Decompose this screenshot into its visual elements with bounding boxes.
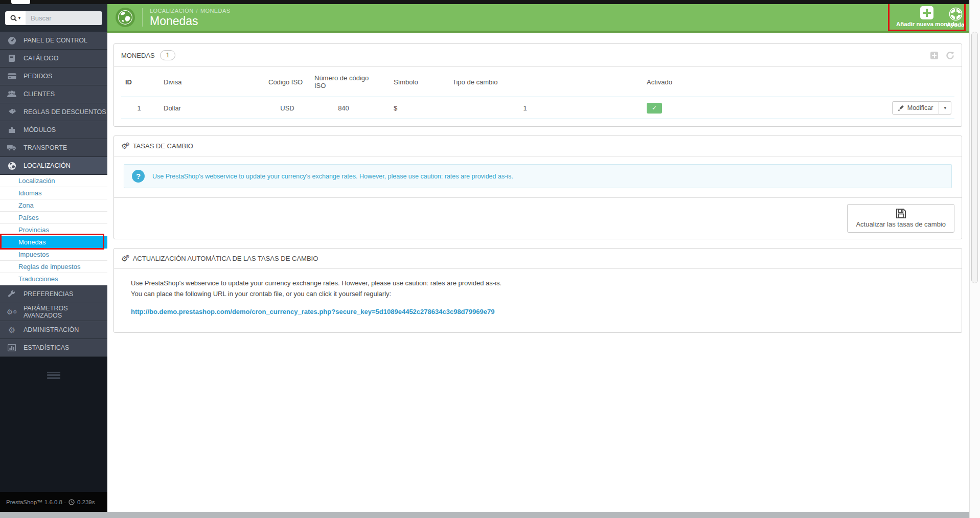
- puzzle-icon: [6, 126, 18, 134]
- currencies-panel: MONEDAS 1: [113, 43, 962, 127]
- auto-update-panel: ⚙⚙ ACTUALIZACIÓN AUTOMÁTICA DE LAS TASAS…: [113, 248, 962, 333]
- edit-button[interactable]: Modificar: [892, 101, 940, 115]
- submenu-item-reglas-de-impuestos[interactable]: Reglas de impuestos: [0, 261, 107, 273]
- submenu-item-impuestos[interactable]: Impuestos: [0, 249, 107, 261]
- question-icon: ?: [132, 170, 145, 183]
- cell-symbol: $: [377, 97, 448, 119]
- top-chrome-strip: [0, 0, 969, 4]
- check-icon: ✓: [652, 104, 657, 111]
- column-header-codigo-iso[interactable]: Código ISO: [264, 67, 310, 97]
- pencil-icon: [898, 105, 904, 111]
- sidebar-item-preferencias[interactable]: PREFERENCIAS: [0, 285, 107, 303]
- column-header-tipo-de-cambio[interactable]: Tipo de cambio: [448, 67, 602, 97]
- main-area: LOCALIZACIÓN/MONEDAS Monedas Añadir nuev…: [107, 4, 969, 512]
- scrollbar-thumb[interactable]: [971, 32, 978, 283]
- page-header: LOCALIZACIÓN/MONEDAS Monedas Añadir nuev…: [107, 4, 969, 33]
- submenu-item-traducciones[interactable]: Traducciones: [0, 273, 107, 285]
- submenu-item-zona[interactable]: Zona: [0, 199, 107, 212]
- version-text: PrestaShop™ 1.6.0.8 -: [6, 499, 66, 505]
- info-alert: ? Use PrestaShop's webservice to update …: [124, 164, 952, 188]
- sidebar-item-label: PEDIDOS: [24, 73, 52, 80]
- sidebar-item-panel-de-control[interactable]: PANEL DE CONTROL: [0, 32, 107, 50]
- save-icon: [896, 208, 906, 219]
- exchange-rates-footer: Actualizar las tasas de cambio: [114, 197, 962, 239]
- sidebar-item-modulos[interactable]: MÓDULOS: [0, 121, 107, 139]
- count-badge: 1: [160, 50, 176, 60]
- sidebar-item-estadisticas[interactable]: ESTADÍSTICAS: [0, 339, 107, 357]
- header-divider: [142, 8, 143, 27]
- annotation-box-add-currency: Añadir nueva moneda: [888, 2, 966, 31]
- search-input[interactable]: [26, 11, 102, 25]
- sidebar-item-label: MÓDULOS: [24, 126, 56, 133]
- sidebar-item-pedidos[interactable]: PEDIDOS: [0, 67, 107, 85]
- cell-iso-code: USD: [264, 97, 310, 119]
- sidebar-item-administracion[interactable]: ⚙ ADMINISTRACIÓN: [0, 321, 107, 339]
- sidebar-item-catalogo[interactable]: CATÁLOGO: [0, 50, 107, 67]
- content: MONEDAS 1: [107, 33, 969, 333]
- credit-card-icon: [6, 73, 18, 80]
- column-header-activado[interactable]: Activado: [602, 67, 714, 97]
- submenu-item-monedas[interactable]: Monedas: [0, 236, 107, 249]
- load-time: 0.239s: [77, 499, 95, 505]
- search-button[interactable]: ▾: [5, 11, 26, 25]
- tags-icon: [6, 108, 18, 116]
- sidebar-item-reglas-de-descuentos[interactable]: REGLAS DE DESCUENTOS: [0, 103, 107, 121]
- truck-icon: [6, 144, 18, 151]
- submenu-item-paises[interactable]: Países: [0, 212, 107, 224]
- chevron-down-icon: ▾: [944, 105, 946, 110]
- add-currency-button[interactable]: Añadir nueva moneda: [896, 6, 958, 27]
- sidebar-item-label: TRANSPORTE: [24, 144, 67, 151]
- table-header-row: ID Divisa Código ISO Número de código IS…: [121, 67, 954, 97]
- enabled-toggle[interactable]: ✓: [647, 103, 662, 114]
- auto-update-body: Use PrestaShop's webservice to update yo…: [114, 269, 962, 332]
- gauge-icon: [6, 36, 18, 45]
- book-icon: [6, 54, 18, 62]
- panel-title: ACTUALIZACIÓN AUTOMÁTICA DE LAS TASAS DE…: [133, 255, 318, 262]
- sidebar-item-label: CLIENTES: [24, 91, 55, 98]
- sidebar-item-label: LOCALIZACIÓN: [24, 162, 71, 169]
- collapse-menu-icon[interactable]: [47, 370, 60, 380]
- wrench-icon: [6, 290, 18, 298]
- submenu-item-idiomas[interactable]: Idiomas: [0, 187, 107, 199]
- search-icon: [10, 15, 17, 21]
- sidebar-item-label: PANEL DE CONTROL: [24, 37, 87, 44]
- localization-globe-icon: [116, 8, 135, 27]
- page-title: Monedas: [150, 15, 230, 27]
- column-header-id[interactable]: ID: [121, 67, 157, 97]
- sidebar-item-clientes[interactable]: CLIENTES: [0, 85, 107, 103]
- sidebar-item-parametros-avanzados[interactable]: ⚙⚙ PARÁMETROS AVANZADOS: [0, 303, 107, 321]
- breadcrumb: LOCALIZACIÓN/MONEDAS: [150, 8, 230, 14]
- cell-currency: Dollar: [157, 97, 264, 119]
- edit-dropdown-button[interactable]: ▾: [939, 101, 951, 115]
- breadcrumb-parent[interactable]: LOCALIZACIÓN: [150, 8, 194, 14]
- exchange-rates-heading: ⚙⚙ TASAS DE CAMBIO: [114, 136, 962, 156]
- gears-icon: ⚙⚙: [121, 142, 130, 150]
- table-row[interactable]: 1 Dollar USD 840 $ 1 ✓: [121, 97, 954, 119]
- sidebar: ▾ PANEL DE CONTROL CATÁLOGO PEDIDOS: [0, 4, 107, 512]
- column-header-numero-codigo-iso[interactable]: Número de código ISO: [310, 67, 377, 97]
- gears-icon: ⚙⚙: [6, 308, 18, 316]
- sidebar-item-transporte[interactable]: TRANSPORTE: [0, 139, 107, 157]
- sidebar-item-label: PREFERENCIAS: [24, 290, 73, 298]
- submenu-item-provincias[interactable]: Provincias: [0, 224, 107, 236]
- globe-icon: [6, 162, 18, 170]
- scrollbar-track[interactable]: [969, 0, 980, 518]
- sidebar-item-label: REGLAS DE DESCUENTOS: [24, 108, 106, 116]
- panel-add-icon[interactable]: [930, 52, 938, 59]
- submenu-item-localizacion[interactable]: Localización: [0, 175, 107, 187]
- top-tab: [11, 0, 30, 4]
- cron-url-link[interactable]: http://bo.demo.prestashop.com/demo/cron_…: [131, 307, 494, 318]
- chevron-down-icon: ▾: [18, 16, 21, 20]
- sidebar-item-label: CATÁLOGO: [24, 55, 59, 62]
- breadcrumb-current: MONEDAS: [200, 8, 230, 14]
- sidebar-search-area: ▾: [0, 4, 107, 32]
- update-rates-button[interactable]: Actualizar las tasas de cambio: [847, 204, 954, 233]
- column-header-simbolo[interactable]: Símbolo: [377, 67, 448, 97]
- sidebar-item-localizacion[interactable]: LOCALIZACIÓN: [0, 157, 107, 175]
- column-header-divisa[interactable]: Divisa: [157, 67, 264, 97]
- refresh-icon[interactable]: [946, 51, 954, 60]
- bar-chart-icon: [6, 344, 18, 351]
- plus-icon: [920, 6, 933, 19]
- panel-title: MONEDAS: [121, 52, 155, 59]
- sidebar-menu: PANEL DE CONTROL CATÁLOGO PEDIDOS CLIENT…: [0, 32, 107, 175]
